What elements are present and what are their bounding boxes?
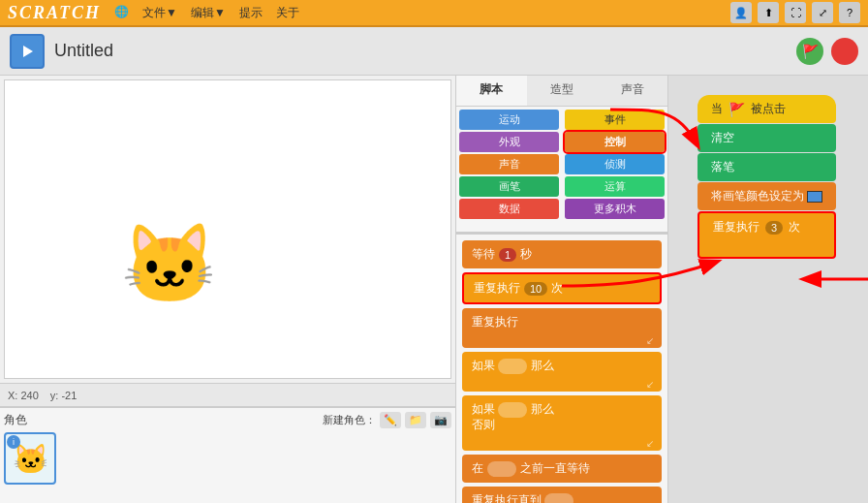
new-sprite-label: 新建角色： — [323, 413, 376, 427]
block-if-suffix: 那么 — [531, 359, 554, 372]
sprite-info-badge: i — [7, 435, 20, 449]
block-repeat-until-label: 重复执行直到 — [472, 493, 542, 503]
help-icon[interactable]: ? — [839, 2, 860, 23]
color-swatch[interactable] — [807, 191, 822, 203]
sprite-list: 🐱 i — [4, 432, 451, 485]
cat-sprite: 🐱 — [121, 219, 218, 310]
cat-sensing[interactable]: 侦测 — [565, 154, 665, 174]
share-icon[interactable]: 👤 — [730, 2, 752, 23]
hat-block[interactable]: 当 🚩 被点击 — [698, 95, 836, 123]
blocks-list: 等待 1 秒 重复执行 10 次 ↙ 重复执行 ↙ 如果 那么 ↙ — [456, 235, 667, 503]
title-bar: Untitled 🚩 — [0, 27, 868, 76]
category-col-2: 事件 控制 侦测 运算 更多积木 — [562, 107, 667, 232]
project-title[interactable]: Untitled — [54, 41, 113, 61]
scratch-logo: SCRATCH — [8, 3, 101, 23]
title-controls: 🚩 — [796, 38, 858, 65]
pencolor-label: 将画笔颜色设定为 — [711, 189, 804, 203]
pen-label: 落笔 — [711, 160, 734, 173]
tab-scripts[interactable]: 脚本 — [456, 76, 527, 106]
top-bar: SCRATCH 🌐 文件▼ 编辑▼ 提示 关于 👤 ⬆ ⛶ ⤢ ? — [0, 0, 868, 27]
hat-when-label: 当 — [711, 101, 723, 117]
block-wait-label: 等待 — [472, 246, 495, 263]
menu-file[interactable]: 文件▼ — [139, 3, 181, 23]
upload-icon[interactable]: ⬆ — [758, 2, 779, 23]
tab-sounds[interactable]: 声音 — [597, 76, 667, 106]
cat-pen[interactable]: 画笔 — [459, 176, 559, 197]
cat-more[interactable]: 更多积木 — [565, 199, 665, 219]
block-repeat-until[interactable]: 重复执行直到 ↙ — [462, 487, 662, 503]
block-wait-until-suffix: 之前一直等待 — [520, 460, 590, 477]
cat-operators[interactable]: 运算 — [565, 176, 665, 197]
block-wait-suffix: 秒 — [520, 246, 532, 263]
cat-sound[interactable]: 声音 — [459, 154, 559, 174]
camera-icon[interactable]: 📷 — [430, 412, 451, 428]
category-col-1: 运动 外观 声音 画笔 数据 — [456, 107, 562, 232]
clear-label: 清空 — [711, 131, 734, 144]
cat-data[interactable]: 数据 — [459, 199, 559, 219]
script-block-repeat3[interactable]: 重复执行 3 次 — [698, 211, 836, 259]
block-if-label: 如果 — [472, 359, 495, 372]
block-tabs: 脚本 造型 声音 — [456, 76, 667, 107]
block-repeat-forever-label: 重复执行 — [472, 315, 518, 329]
block-if-else-label: 如果 — [472, 402, 495, 416]
cat-control[interactable]: 控制 — [565, 132, 665, 152]
paint-icon[interactable]: ✏️ — [380, 412, 401, 428]
menu-edit[interactable]: 编辑▼ — [187, 3, 230, 23]
new-sprite-icons: ✏️ 📁 📷 — [380, 412, 451, 428]
block-if-else-then: 那么 — [531, 402, 554, 416]
main-layout: 🐱 X: 240 y: -21 角色 新建角色： ✏️ 📁 📷 — [0, 76, 868, 503]
else-label: 否则 — [472, 417, 495, 433]
shrink-icon[interactable]: ⤢ — [812, 2, 833, 23]
block-repeat-input[interactable]: 10 — [524, 282, 547, 296]
block-if-else[interactable]: 如果 那么 否则 ↙ — [462, 395, 662, 451]
top-bar-right: 👤 ⬆ ⛶ ⤢ ? — [730, 2, 860, 23]
block-repeat-10[interactable]: 重复执行 10 次 ↙ — [462, 272, 662, 304]
tab-costumes[interactable]: 造型 — [527, 76, 598, 106]
cat-looks[interactable]: 外观 — [459, 132, 559, 152]
repeat3-suffix: 次 — [789, 219, 800, 236]
block-notch2: ↙ — [646, 335, 654, 346]
new-sprite-controls: 新建角色： ✏️ 📁 📷 — [323, 412, 451, 428]
block-repeat-suffix: 次 — [551, 280, 563, 297]
menu-hints[interactable]: 提示 — [235, 3, 266, 23]
stage-area: 🐱 X: 240 y: -21 角色 新建角色： ✏️ 📁 📷 — [0, 76, 455, 503]
top-menu: 🌐 文件▼ 编辑▼ 提示 关于 — [110, 3, 303, 23]
block-if[interactable]: 如果 那么 ↙ — [462, 352, 662, 392]
repeat3-label: 重复执行 — [713, 219, 760, 236]
block-panel: 脚本 造型 声音 运动 外观 声音 画笔 数据 事件 控制 侦测 运算 更多积木 — [455, 76, 668, 503]
x-coordinate: X: 240 — [8, 390, 39, 401]
script-block-clear[interactable]: 清空 — [698, 124, 836, 152]
block-notch3: ↙ — [646, 379, 654, 390]
cat-sprite-thumb[interactable]: 🐱 i — [4, 432, 56, 485]
stop-button[interactable] — [831, 38, 858, 65]
sprite-panel-header: 角色 新建角色： ✏️ 📁 📷 — [4, 412, 451, 428]
cat-events[interactable]: 事件 — [565, 110, 665, 130]
folder-icon[interactable]: 📁 — [405, 412, 426, 428]
block-wait-input[interactable]: 1 — [499, 248, 516, 262]
script-block-pencolor[interactable]: 将画笔颜色设定为 — [698, 182, 836, 210]
hat-clicked-label: 被点击 — [751, 101, 786, 117]
block-wait[interactable]: 等待 1 秒 — [462, 240, 662, 268]
fullscreen-icon[interactable]: ⛶ — [785, 2, 806, 23]
sprite-panel: 角色 新建角色： ✏️ 📁 📷 🐱 i — [0, 406, 455, 503]
green-flag-icon: 🚩 — [728, 102, 745, 117]
script-block-pen[interactable]: 落笔 — [698, 153, 836, 181]
block-wait-until-label: 在 — [472, 460, 483, 477]
stage-canvas: 🐱 — [4, 79, 451, 379]
block-categories: 运动 外观 声音 画笔 数据 事件 控制 侦测 运算 更多积木 — [456, 107, 667, 233]
block-repeat-forever[interactable]: 重复执行 ↙ — [462, 308, 662, 348]
cat-motion[interactable]: 运动 — [459, 110, 559, 130]
y-coordinate: y: -21 — [50, 390, 78, 401]
block-repeat-label: 重复执行 — [474, 280, 520, 297]
menu-about[interactable]: 关于 — [272, 3, 303, 23]
block-wait-until[interactable]: 在 之前一直等待 — [462, 455, 662, 483]
repeat3-input[interactable]: 3 — [765, 221, 783, 235]
script-blocks: 当 🚩 被点击 清空 落笔 将画笔颜色设定为 重复执行 3 次 — [698, 95, 836, 259]
green-flag-button[interactable]: 🚩 — [796, 38, 823, 65]
sprite-panel-title: 角色 — [4, 412, 27, 428]
project-icon — [10, 34, 45, 69]
stage-status: X: 240 y: -21 — [0, 383, 455, 406]
script-area[interactable]: 当 🚩 被点击 清空 落笔 将画笔颜色设定为 重复执行 3 次 ➤ — [668, 76, 868, 503]
block-notch4: ↙ — [646, 438, 654, 449]
menu-globe[interactable]: 🌐 — [110, 3, 133, 23]
